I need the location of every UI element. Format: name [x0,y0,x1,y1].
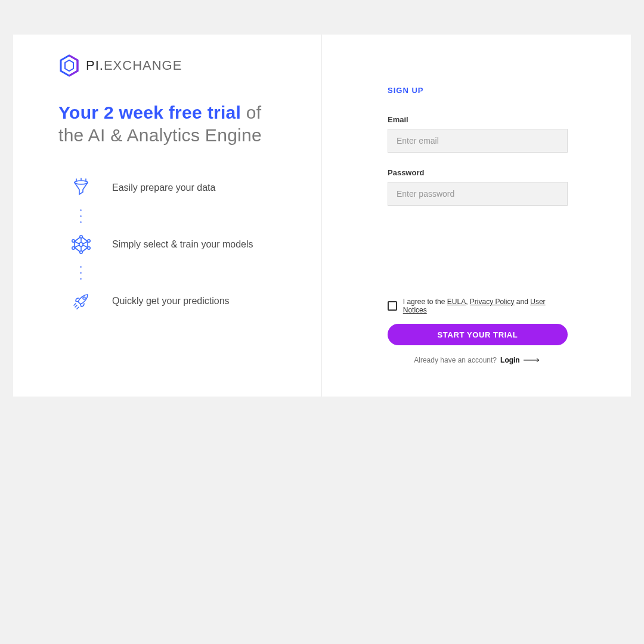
hexagon-icon [58,55,80,76]
feature-prepare-data: Easily prepare your data [70,177,292,199]
headline: Your 2 week free trial of the AI & Analy… [58,101,292,146]
privacy-policy-link[interactable]: Privacy Policy [470,298,515,306]
feature-label: Quickly get your predictions [112,296,230,306]
dotted-connector [80,209,292,223]
login-link[interactable]: Login [500,356,520,364]
svg-point-7 [88,247,90,249]
form-title: SIGN UP [388,86,568,95]
network-icon [70,234,92,255]
svg-point-3 [80,251,82,253]
brand-logo: PI.EXCHANGE [58,55,292,76]
email-label: Email [388,115,568,124]
funnel-icon [70,177,92,199]
svg-point-6 [72,247,75,249]
arrow-right-icon [524,356,541,364]
agree-checkbox[interactable] [388,301,397,311]
feature-list: Easily prepare your data Simply select &… [70,177,292,312]
brand-name: PI.EXCHANGE [86,58,182,73]
eula-link[interactable]: EULA [447,298,466,306]
rocket-icon [70,290,92,312]
dotted-connector [80,266,292,280]
password-label: Password [388,168,568,177]
svg-point-2 [80,236,82,238]
feature-label: Simply select & train your models [112,239,253,250]
feature-predictions: Quickly get your predictions [70,290,292,312]
agree-text: I agree to the EULA, Privacy Policy and … [403,298,568,314]
feature-train-models: Simply select & train your models [70,234,292,255]
already-have-account-text: Already have an account? [414,356,497,364]
svg-point-1 [79,243,83,246]
svg-point-5 [88,240,90,242]
feature-label: Easily prepare your data [112,182,215,193]
svg-point-0 [75,181,88,184]
password-field[interactable] [388,182,568,206]
svg-point-8 [83,297,85,299]
svg-point-4 [72,240,75,242]
start-trial-button[interactable]: START YOUR TRIAL [388,324,568,345]
email-field[interactable] [388,129,568,153]
